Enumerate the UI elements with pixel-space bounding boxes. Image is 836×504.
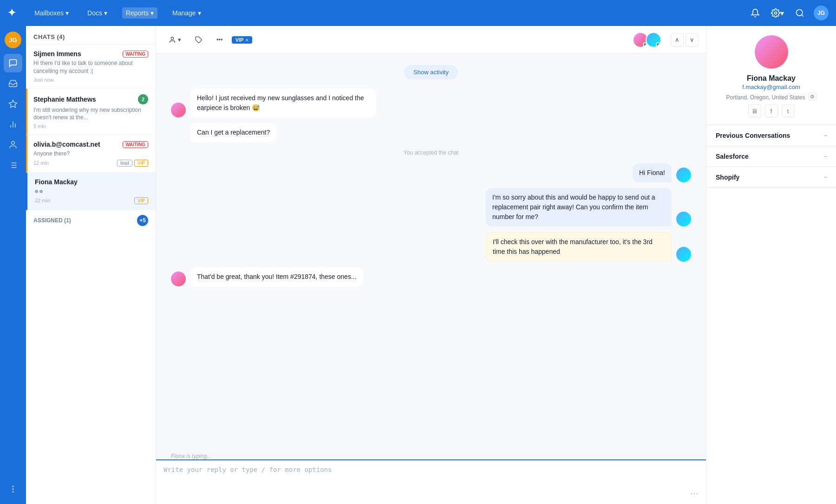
chat-name-olivia: olivia.b@comcast.net — [33, 141, 100, 148]
message-row-6: That'd be great, thank you! Item #291874… — [171, 267, 691, 286]
topbar-agents — [633, 32, 661, 48]
accordion-header-salesforce[interactable]: Salesforce — [706, 146, 836, 167]
topbar-actions: ▾ ••• VIP × — [163, 33, 252, 47]
svg-point-16 — [13, 491, 13, 492]
user-profile-section: Fiona Mackay f.mackay@gmail.com Portland… — [706, 26, 836, 125]
svg-point-1 — [797, 10, 803, 16]
top-navigation: ✦ Mailboxes ▾ Docs ▾ Reports ▾ Manage ▾ … — [0, 0, 836, 26]
typing-indicator: Fiona is typing... — [156, 451, 706, 459]
show-activity-button[interactable]: Show activity — [404, 65, 458, 79]
chat-time-sijmen: Just now — [33, 77, 53, 83]
message-row-2: Can I get a replacement? — [171, 123, 691, 142]
message-bubble-1: Hello! I just received my new sunglasses… — [190, 89, 376, 117]
message-bubble-3: Hi Fiona! — [633, 163, 672, 182]
accordion-salesforce: Salesforce — [706, 146, 836, 167]
tag-button[interactable] — [190, 33, 208, 47]
search-button[interactable] — [791, 5, 808, 21]
vip-tag-fiona: VIP — [134, 197, 148, 204]
lead-tag-olivia: lead — [117, 160, 132, 167]
svg-marker-3 — [9, 100, 17, 108]
chat-item-stephanie[interactable]: Stephanie Matthews 2 I'm still wondering… — [26, 89, 156, 136]
unread-count-stephanie: 2 — [138, 94, 148, 104]
chat-preview-stephanie: I'm still wondering why my new subscript… — [33, 106, 148, 122]
chat-main-area: ▾ ••• VIP × — [156, 26, 706, 504]
desktop-icon[interactable]: 🖥 — [748, 104, 761, 117]
prev-chat-button[interactable]: ∧ — [671, 33, 684, 46]
message-bubble-6: That'd be great, thank you! Item #291874… — [190, 267, 363, 286]
chat-time-stephanie: 5 min — [33, 123, 46, 129]
chat-list-sidebar: CHATS (4) Sijmen Immens WAITING Hi there… — [26, 26, 156, 504]
chat-topbar: ▾ ••• VIP × — [156, 26, 706, 54]
user-avatar[interactable]: JG — [814, 6, 829, 20]
sidebar-chat-icon[interactable] — [4, 54, 22, 72]
svg-point-17 — [171, 37, 173, 39]
nav-mailboxes[interactable]: Mailboxes ▾ — [31, 7, 72, 19]
vip-remove-button[interactable]: × — [245, 37, 248, 43]
agent-online-dot-2 — [656, 42, 660, 47]
assigned-section[interactable]: ASSIGNED (1) +5 — [26, 210, 156, 231]
profile-location: Portland, Oregon, United States — [726, 94, 805, 101]
agent-avatar-msg-3 — [676, 168, 691, 182]
unread-stripe-stephanie — [26, 89, 27, 135]
agent-avatar-msg-5 — [676, 247, 691, 262]
accordion-header-shopify[interactable]: Shopify — [706, 167, 836, 187]
chat-item-sijmen[interactable]: Sijmen Immens WAITING Hi there I'd like … — [26, 45, 156, 89]
user-initials-avatar[interactable]: JG — [5, 32, 21, 48]
sidebar-inbox-icon[interactable] — [4, 74, 22, 93]
mailboxes-dropdown-icon: ▾ — [65, 9, 69, 17]
sidebar-list-icon[interactable] — [4, 156, 22, 174]
customer-avatar-6 — [171, 271, 186, 286]
accordion-chevron-salesforce — [825, 153, 827, 160]
twitter-icon[interactable]: t — [782, 104, 795, 117]
accordion-chevron-shopify — [825, 174, 827, 181]
sidebar-contacts-icon[interactable] — [4, 136, 22, 154]
waiting-badge-sijmen: WAITING — [123, 51, 148, 58]
sidebar-reports-icon[interactable] — [4, 115, 22, 134]
customer-avatar-1 — [171, 103, 186, 117]
nav-reports[interactable]: Reports ▾ — [122, 7, 157, 19]
facebook-icon[interactable]: f — [765, 104, 778, 117]
nav-docs[interactable]: Docs ▾ — [84, 7, 111, 19]
edit-location-icon[interactable]: ⚙ — [808, 92, 816, 101]
reply-input[interactable] — [163, 466, 699, 485]
agent-avatar-2 — [646, 32, 661, 48]
vip-label: VIP × — [232, 36, 252, 44]
next-chat-button[interactable]: ∨ — [686, 33, 699, 46]
chat-list-header: CHATS (4) — [26, 26, 156, 45]
message-row-3: Hi Fiona! — [171, 163, 691, 182]
assigned-label: ASSIGNED (1) — [33, 217, 71, 224]
more-button[interactable]: ••• — [211, 33, 228, 46]
chat-preview-olivia: Anyone there? — [33, 150, 148, 158]
message-bubble-5: I'll check this over with the manufactur… — [486, 232, 672, 262]
waiting-badge-olivia: WAITING — [123, 141, 148, 148]
sidebar-more-icon[interactable] — [4, 480, 22, 498]
sidebar-star-icon[interactable] — [4, 95, 22, 113]
profile-name: Fiona Mackay — [747, 74, 796, 83]
chat-preview-sijmen: Hi there I'd like to talk to someone abo… — [33, 59, 148, 75]
topnav-right-area: ▾ JG — [747, 5, 829, 21]
profile-actions: 🖥 f t — [748, 104, 795, 117]
message-row-4: I'm so sorry about this and would be hap… — [171, 188, 691, 226]
accordion-previous-conversations: Previous Conversations — [706, 125, 836, 146]
profile-email[interactable]: f.mackay@gmail.com — [742, 84, 800, 90]
notifications-button[interactable] — [747, 5, 764, 21]
right-panel: Fiona Mackay f.mackay@gmail.com Portland… — [706, 26, 836, 504]
settings-button[interactable]: ▾ — [769, 5, 786, 21]
message-bubble-2: Can I get a replacement? — [190, 123, 276, 142]
chat-messages: Show activity Hello! I just received my … — [156, 54, 706, 451]
agent-avatar-msg-4 — [676, 212, 691, 226]
main-layout: JG — [0, 26, 836, 504]
chat-item-fiona[interactable]: Fiona Mackay 22 min VIP — [26, 173, 156, 210]
assign-button[interactable]: ▾ — [163, 33, 186, 47]
nav-manage[interactable]: Manage ▾ — [169, 7, 205, 19]
docs-dropdown-icon: ▾ — [104, 9, 107, 17]
svg-point-14 — [13, 486, 13, 487]
app-logo: ✦ — [7, 7, 16, 19]
accordion-header-previous-conversations[interactable]: Previous Conversations — [706, 125, 836, 146]
reply-more-button[interactable]: ⋯ — [690, 488, 699, 498]
svg-line-2 — [802, 15, 803, 17]
reply-area: ⋯ — [156, 459, 706, 504]
chat-time-olivia: 12 min — [33, 160, 49, 166]
chat-item-olivia[interactable]: olivia.b@comcast.net WAITING Anyone ther… — [26, 135, 156, 173]
vip-tag-olivia: VIP — [134, 160, 148, 167]
